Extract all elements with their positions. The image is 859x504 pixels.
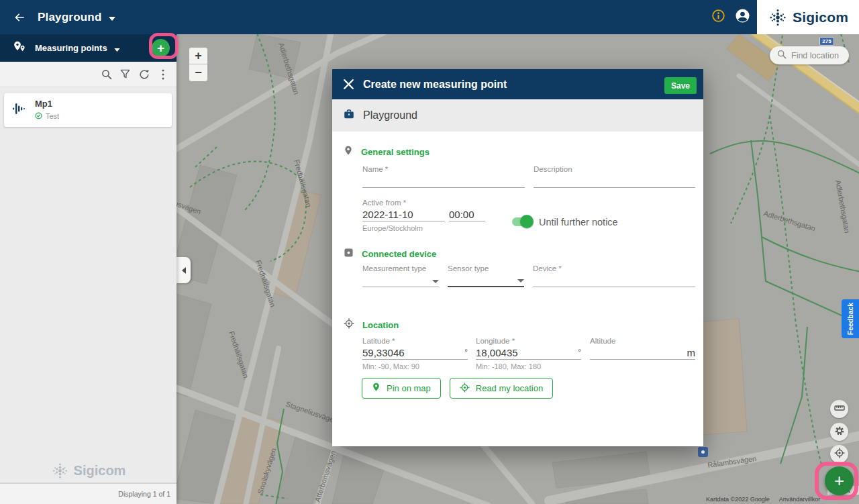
- panel-title[interactable]: Measuring points: [35, 43, 107, 53]
- map-attribution: Kartdata ©2022 Google Användarvillkor: [706, 496, 820, 503]
- map-poi-icon[interactable]: [698, 447, 708, 457]
- map-copyright: Kartdata ©2022 Google: [706, 496, 770, 503]
- measure-tool-button[interactable]: [830, 400, 848, 418]
- sidebar: Measuring points + Mp1: [0, 34, 176, 504]
- find-location-search[interactable]: Find location: [770, 46, 849, 64]
- pin-on-map-button[interactable]: Pin on map: [362, 378, 441, 399]
- chevron-left-icon: [182, 267, 186, 274]
- crosshair-icon: [834, 448, 845, 461]
- active-from-time-field[interactable]: 00:00: [449, 199, 485, 232]
- active-from-date-input[interactable]: 2022-11-10: [362, 208, 445, 221]
- project-row: Playground: [332, 99, 703, 132]
- crosshair-icon: [460, 383, 470, 395]
- latitude-field[interactable]: Latitude * 59,33046° Min: -90, Max: 90: [362, 337, 468, 370]
- list-toolbar: [0, 62, 176, 87]
- search-icon[interactable]: [101, 68, 112, 80]
- device-field[interactable]: Device *: [533, 264, 695, 287]
- top-app-bar: Playground: [0, 0, 859, 34]
- section-title: Location: [362, 320, 399, 330]
- brand-logo: Sigicom: [757, 0, 859, 34]
- search-icon: [777, 50, 787, 62]
- crosshair-icon: [344, 318, 354, 332]
- terms-link[interactable]: Användarvillkor: [779, 496, 821, 503]
- gear-icon: [834, 425, 845, 439]
- name-field[interactable]: Name *: [362, 165, 525, 188]
- map-settings-button[interactable]: [830, 423, 848, 441]
- zoom-in-button[interactable]: +: [189, 48, 207, 64]
- account-icon[interactable]: [735, 8, 750, 26]
- measuring-point-list: Mp1 Test: [0, 87, 176, 458]
- section-title: Connected device: [362, 249, 436, 259]
- map-pin-icon: [372, 382, 381, 395]
- ruler-icon: [834, 403, 845, 416]
- altitude-field[interactable]: Altitude m: [590, 337, 695, 370]
- list-count-bar: Displaying 1 of 1: [0, 483, 176, 504]
- locate-me-button[interactable]: [830, 445, 848, 463]
- close-icon[interactable]: [343, 79, 354, 90]
- time-input[interactable]: 00:00: [449, 208, 485, 221]
- info-icon[interactable]: [711, 9, 725, 26]
- project-name: Playground: [363, 109, 417, 121]
- device-icon: [344, 248, 354, 260]
- active-from-field[interactable]: Active from * 2022-11-10 Europe/Stockhol…: [362, 199, 445, 232]
- degree-suffix: °: [464, 348, 468, 357]
- description-input[interactable]: [534, 174, 695, 188]
- kebab-menu-icon[interactable]: [157, 68, 168, 80]
- read-my-location-button[interactable]: Read my location: [450, 378, 553, 399]
- back-button[interactable]: [12, 10, 27, 25]
- save-button[interactable]: Save: [664, 77, 697, 94]
- measurement-type-select[interactable]: Measurement type: [362, 264, 439, 287]
- timezone-helper: Europe/Stockholm: [362, 224, 445, 232]
- general-settings-section: General settings: [332, 146, 703, 157]
- feedback-tab[interactable]: Feedback: [842, 299, 859, 338]
- chevron-down-icon: [517, 279, 524, 283]
- chevron-down-icon[interactable]: [114, 42, 120, 54]
- description-field[interactable]: Description: [534, 165, 695, 188]
- meters-suffix: m: [687, 347, 696, 358]
- name-input[interactable]: [362, 174, 525, 188]
- find-location-placeholder: Find location: [791, 51, 839, 60]
- dialog-title: Create new measuring point: [363, 79, 507, 91]
- project-title[interactable]: Playground: [38, 11, 102, 24]
- route-275-badge: 275: [819, 37, 834, 46]
- vibration-icon: [13, 101, 26, 119]
- sidebar-footer-logo: Sigicom: [0, 458, 176, 483]
- toggle-label: Until further notice: [539, 217, 618, 228]
- device-input[interactable]: [533, 274, 695, 287]
- displaying-count: Displaying 1 of 1: [118, 490, 170, 498]
- sidebar-header: Measuring points +: [0, 34, 176, 62]
- longitude-input[interactable]: 18,00435: [476, 347, 578, 358]
- dialog-header: Create new measuring point Save: [332, 69, 703, 99]
- section-title: General settings: [361, 147, 430, 157]
- measuring-points-icon: [13, 41, 26, 55]
- create-measuring-point-dialog: Create new measuring point Save Playgrou…: [332, 69, 703, 446]
- arrow-left-icon: [13, 11, 26, 24]
- list-item-mp1[interactable]: Mp1 Test: [4, 93, 172, 127]
- add-measuring-point-fab[interactable]: +: [825, 466, 854, 495]
- briefcase-icon: [344, 109, 354, 122]
- add-measuring-point-button[interactable]: +: [152, 39, 170, 57]
- sigicom-dots-icon: [51, 462, 69, 480]
- status-badge: Test: [46, 112, 59, 120]
- filter-icon[interactable]: [119, 68, 131, 80]
- chevron-down-icon[interactable]: [109, 11, 115, 23]
- measuring-point-name: Mp1: [35, 99, 59, 109]
- zoom-out-button[interactable]: −: [189, 64, 207, 81]
- latitude-input[interactable]: 59,33046: [362, 347, 464, 358]
- sensor-type-select[interactable]: Sensor type: [448, 264, 524, 287]
- chevron-down-icon: [432, 280, 439, 283]
- map-zoom-control[interactable]: + −: [189, 47, 208, 82]
- until-further-notice-toggle[interactable]: [512, 217, 532, 226]
- place-pin-icon: [344, 145, 353, 159]
- toggle-knob: [520, 215, 534, 228]
- brand-name: Sigicom: [793, 9, 848, 26]
- sidebar-collapse-handle[interactable]: [176, 257, 191, 283]
- sigicom-dots-icon: [768, 7, 788, 28]
- status-check-icon: [35, 110, 42, 122]
- brand-name: Sigicom: [74, 463, 126, 478]
- location-section: Location: [332, 319, 703, 330]
- connected-device-section: Connected device: [332, 248, 703, 259]
- plus-icon: +: [834, 472, 844, 489]
- longitude-field[interactable]: Longitude * 18,00435° Min: -180, Max: 18…: [476, 337, 581, 370]
- refresh-icon[interactable]: [138, 68, 150, 80]
